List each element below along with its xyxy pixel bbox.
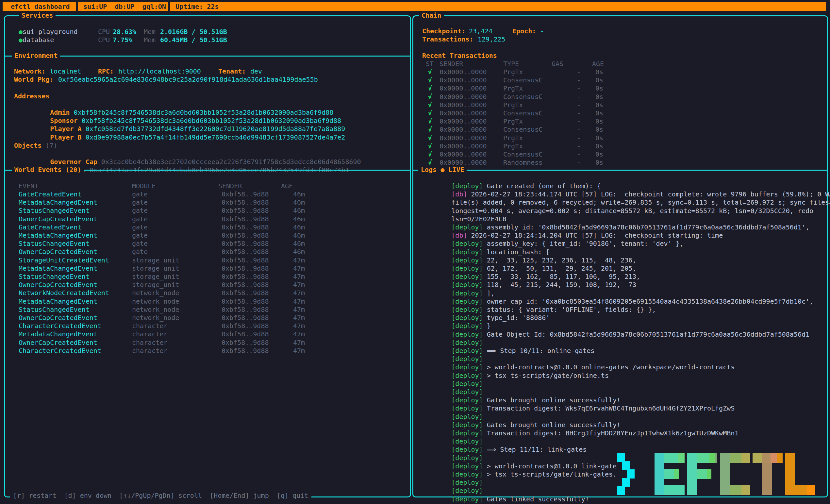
event-module: gate — [132, 215, 148, 223]
tx-row: √ 0x0000..0000 PrgTx - 0s — [0, 68, 830, 76]
tx-gas: - — [577, 117, 581, 126]
tx-row: √ 0x0000..0000 Randomness - 0s — [0, 159, 830, 167]
tx-header-type: TYPE — [503, 60, 519, 68]
services-panel-title: Services — [19, 11, 56, 20]
event-name: StatusChangedEvent — [19, 207, 90, 215]
tx-header-gas: GAS — [551, 60, 563, 68]
efctl-dashboard: efctl dashboard sui:UP db:UP gql:ON Upti… — [0, 0, 830, 504]
tx-status-check-icon: √ — [428, 101, 432, 109]
log-line: [deploy] — [420, 347, 830, 355]
event-sender: 0xbf58..9d88 — [222, 273, 269, 281]
chain-checkpoint-row: Checkpoint: 23,424 Epoch: - — [0, 27, 830, 35]
logo-letter-e — [655, 453, 684, 495]
event-age: 46m — [293, 240, 305, 248]
tx-row: √ 0x0000..0000 ConsensusC - 0s — [0, 150, 830, 159]
tx-row: √ 0x0000..0000 PrgTx - 0s — [0, 134, 830, 142]
event-module: gate — [132, 190, 148, 198]
event-module: storage_unit — [132, 273, 180, 281]
tx-gas: - — [577, 142, 581, 150]
logs-panel-title: Logs ● LIVE — [418, 166, 467, 174]
events-header-sender: SENDER — [218, 182, 242, 190]
tx-header-sender: SENDER — [440, 60, 463, 68]
event-module: network_node — [132, 314, 180, 322]
epoch-label: Epoch: — [512, 27, 536, 35]
event-name: MetadataChangedEvent — [19, 330, 97, 338]
event-name: StorageUnitCreatedEvent — [19, 256, 109, 264]
footer-shortcuts: [r] restart [d] env down [↑↓/PgUp/PgDn] … — [10, 492, 311, 500]
event-name: MetadataChangedEvent — [19, 231, 97, 240]
log-line: [db] 2026-02-27 18:24:14.204 UTC [57] LO… — [420, 223, 830, 231]
tx-age: 0s — [595, 93, 603, 101]
services-status: sui:UP db:UP gql:ON — [83, 2, 166, 11]
event-module: character — [132, 347, 167, 355]
log-text: Gates linked successfully! — [483, 495, 589, 503]
event-sender: 0xbf58..9d88 — [222, 314, 269, 322]
live-dot-icon: ● — [441, 166, 444, 174]
tx-gas: - — [577, 101, 581, 109]
event-module: gate — [132, 248, 148, 256]
tx-type: ConsensusC — [503, 76, 542, 84]
event-module: character — [132, 339, 167, 347]
tx-age: 0s — [595, 150, 603, 159]
tx-gas: - — [577, 126, 581, 134]
event-sender: 0xbf58..9d88 — [222, 256, 269, 264]
tx-gas: - — [577, 109, 581, 117]
tx-type: PrgTx — [503, 134, 523, 142]
tx-status-check-icon: √ — [428, 109, 432, 117]
top-bar-separator — [76, 2, 78, 11]
event-name: OwnerCapCreatedEvent — [19, 339, 97, 347]
tx-type: PrgTx — [503, 68, 523, 76]
event-name: OwnerCapCreatedEvent — [19, 314, 97, 322]
log-line: [deploy] > world-contracts@1.0.0 online-… — [420, 355, 830, 363]
app-title: efctl dashboard — [11, 2, 70, 11]
logo-letter-f — [687, 453, 717, 495]
log-line: [deploy] ], — [420, 281, 830, 289]
event-module: gate — [132, 198, 148, 207]
tx-type: ConsensusC — [503, 150, 542, 159]
event-sender: 0xbf58..9d88 — [222, 347, 269, 355]
event-age: 47m — [293, 306, 305, 314]
uptime-label: Uptime: 22s — [175, 2, 219, 11]
event-sender: 0xbf58..9d88 — [222, 231, 269, 240]
event-age: 47m — [293, 322, 305, 330]
event-age: 46m — [293, 248, 305, 256]
efctl-logo — [617, 453, 817, 495]
tx-age: 0s — [595, 109, 603, 117]
log-line: [deploy] location_hash: [ — [420, 240, 830, 248]
log-line: [deploy] type_id: '88086' — [420, 306, 830, 314]
epoch-value: - — [540, 27, 544, 35]
tx-age: 0s — [595, 126, 603, 134]
event-sender: 0xbf58..9d88 — [222, 330, 269, 338]
tx-type: ConsensusC — [503, 126, 542, 134]
transactions-label: Transactions: — [422, 35, 474, 43]
chain-panel-title: Chain — [419, 11, 444, 20]
checkpoint-value: 23,424 — [469, 27, 492, 35]
event-age: 47m — [293, 281, 305, 289]
tx-sender: 0x0000..0000 — [440, 142, 487, 150]
tx-status-check-icon: √ — [428, 142, 432, 150]
log-line: [deploy] Gate Object Id: 0x8bd5842fa5d96… — [420, 322, 830, 330]
tx-status-check-icon: √ — [428, 93, 432, 101]
tx-row: √ 0x0000..0000 PrgTx - 0s — [0, 142, 830, 150]
tx-status-check-icon: √ — [428, 68, 432, 76]
event-age: 47m — [293, 273, 305, 281]
event-age: 47m — [293, 339, 305, 347]
tx-gas: - — [577, 93, 581, 101]
event-sender: 0xbf58..9d88 — [222, 289, 269, 297]
log-line: file(s) added, 0 removed, 6 recycled; wr… — [420, 190, 830, 198]
event-sender: 0xbf58..9d88 — [222, 223, 269, 231]
event-age: 47m — [293, 314, 305, 322]
log-line: [deploy] — [420, 446, 830, 454]
event-name: StatusChangedEvent — [19, 273, 90, 281]
event-name: StatusChangedEvent — [19, 240, 90, 248]
event-age: 46m — [293, 223, 305, 231]
event-sender: 0xbf58..9d88 — [222, 198, 269, 207]
log-line: [deploy] ⟹ Step 11/11: link-gates — [420, 437, 830, 445]
environment-divider — [4, 56, 411, 57]
tx-gas: - — [577, 150, 581, 159]
log-line: [deploy] — [420, 380, 830, 388]
tx-row: √ 0x0000..0000 PrgTx - 0s — [0, 101, 830, 109]
event-age: 46m — [293, 207, 305, 215]
tx-type: PrgTx — [503, 84, 523, 93]
logs-divider — [412, 170, 828, 170]
